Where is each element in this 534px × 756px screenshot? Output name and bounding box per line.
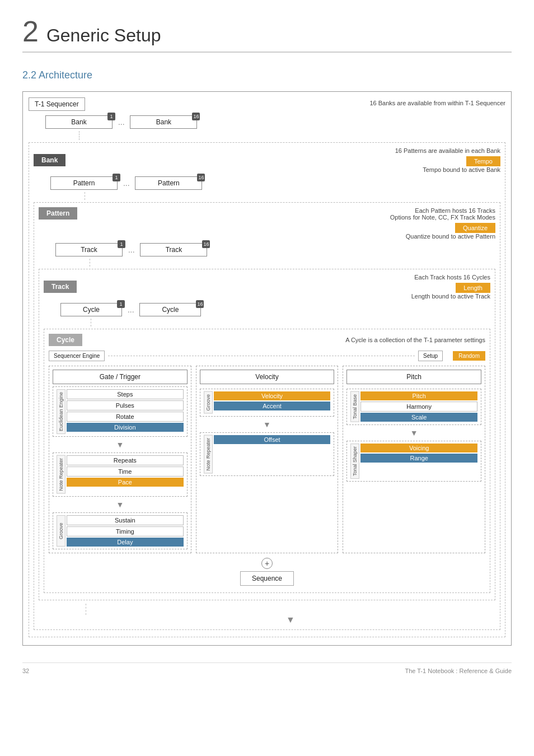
pattern-section: Pattern Each Pattern hosts 16 Tracks Opt…	[34, 202, 500, 630]
sequencer-engine-box: Sequencer Engine	[49, 351, 105, 361]
velocity-col: Velocity Groove Velocity	[196, 366, 339, 553]
arrow-down-4: ▼	[410, 428, 418, 437]
note-repeater-1-label: Note Repeater	[57, 455, 65, 494]
groove-2-section: Groove Velocity Accent	[200, 389, 335, 417]
track-box-1: Track 1	[55, 243, 123, 256]
velocity-header: Velocity	[200, 370, 335, 384]
setup-box: Setup	[418, 351, 443, 361]
cycle-box-1: Cycle 1	[60, 303, 122, 316]
bank-row: Bank 1 ... Bank 16	[45, 115, 505, 129]
length-desc: Length bound to active Track	[88, 293, 490, 300]
pattern-row: Pattern 1 ... Pattern 16	[50, 176, 500, 190]
pattern-box-16: Pattern 16	[135, 176, 202, 190]
length-label: Length	[456, 283, 490, 293]
track-section-label: Track	[44, 281, 77, 293]
top-row: T-1 Sequencer 16 Banks are available fro…	[29, 97, 505, 111]
bank-section: Bank 16 Patterns are available in each B…	[29, 142, 505, 637]
bank-section-desc: 16 Patterns are available in each Bank T…	[65, 147, 500, 173]
gate-trigger-col: Gate / Trigger Euclidean Engine Steps	[49, 366, 191, 553]
cycle-section-label: Cycle	[49, 334, 82, 346]
sequence-box: Sequence	[240, 571, 294, 586]
pitch-item: Pitch	[360, 391, 477, 400]
bank-badge-16: 16	[192, 113, 200, 120]
sequence-row: Sequence	[49, 571, 485, 586]
track-row: Track 1 ... Track 16	[55, 243, 495, 256]
page-container: 2 Generic Setup 2.2 Architecture T-1 Seq…	[22, 17, 512, 674]
architecture-diagram: T-1 Sequencer 16 Banks are available fro…	[22, 91, 512, 646]
ellipsis-banks: ...	[116, 118, 127, 127]
pattern-section-label: Pattern	[39, 207, 77, 220]
tonal-base-items: Pitch Harmony Scale	[360, 391, 477, 422]
track-box-16: Track 16	[140, 243, 207, 256]
pattern-section-desc: Each Pattern hosts 16 Tracks Options for…	[77, 207, 495, 240]
note-repeater-2-items: Offset	[214, 435, 331, 474]
pattern-box-1: Pattern 1	[50, 176, 118, 190]
chapter-number: 2	[22, 17, 39, 46]
ellipsis-patterns: ...	[121, 179, 132, 188]
tempo-label: Tempo	[466, 156, 500, 166]
pitch-header: Pitch	[346, 370, 481, 384]
cycle-box-16: Cycle 16	[139, 303, 201, 316]
sequencer-engine-row: Sequencer Engine Setup Random	[49, 351, 485, 361]
bank-section-label: Bank	[34, 154, 65, 166]
tempo-desc: Tempo bound to active Bank	[77, 166, 500, 173]
pattern-badge-16: 16	[197, 174, 205, 181]
bank-badge-1: 1	[107, 113, 115, 120]
cycle-row: Cycle 1 ... Cycle 16	[60, 303, 490, 316]
bank-box-16: Bank 16	[130, 115, 197, 129]
velocity-item: Velocity	[214, 391, 331, 400]
section-heading: 2.2 Architecture	[22, 69, 512, 81]
pattern-badge-1: 1	[113, 174, 120, 181]
voicing-item: Voicing	[360, 444, 477, 452]
pace-item: Pace	[67, 478, 184, 487]
timing-item: Timing	[67, 526, 184, 536]
quantize-label: Quantize	[455, 223, 495, 233]
track-section: Track Each Track hosts 16 Cycles Length …	[39, 269, 495, 600]
harmony-item: Harmony	[360, 402, 477, 412]
bank-box-1: Bank 1	[45, 115, 113, 129]
cycle-section: Cycle A Cycle is a collection of the T-1…	[44, 329, 490, 593]
time-item: Time	[67, 466, 184, 477]
repeats-item: Repeats	[67, 455, 184, 465]
page-number: 32	[22, 668, 29, 674]
division-item: Division	[67, 423, 184, 432]
page-footer: 32 The T-1 Notebook : Reference & Guide	[22, 662, 512, 674]
accent-item: Accent	[214, 402, 331, 410]
chapter-header: 2 Generic Setup	[22, 17, 512, 53]
arrow-down-1: ▼	[116, 440, 124, 449]
bottom-arrow: ▼	[86, 615, 495, 625]
groove-1-section: Groove Sustain Timing Delay	[53, 512, 188, 549]
tonal-shaper-items: Voicing Range	[360, 444, 477, 479]
groove-1-items: Sustain Timing Delay	[67, 515, 184, 547]
section-number: 2.2	[22, 69, 36, 81]
plus-merge: +	[49, 558, 485, 569]
sequencer-tab: T-1 Sequencer	[29, 97, 85, 111]
banks-desc: 16 Banks are available from within T-1 S…	[85, 97, 505, 106]
groove-2-label: Groove	[204, 391, 213, 414]
rotate-item: Rotate	[67, 412, 184, 422]
delay-item: Delay	[67, 538, 184, 547]
euclidean-section: Euclidean Engine Steps Pulses Rotate Div…	[53, 386, 188, 437]
arrow-down-2: ▼	[116, 500, 124, 509]
dashed-line-1	[108, 356, 415, 356]
quantize-desc: Quantize bound to active Pattern	[88, 233, 495, 240]
plus-circle-icon: +	[261, 558, 273, 569]
cycle-badge-1: 1	[117, 300, 125, 308]
note-repeater-1-items: Repeats Time Pace	[67, 455, 184, 494]
groove-1-label: Groove	[57, 515, 65, 547]
track-section-desc: Each Track hosts 16 Cycles Length Length…	[77, 274, 490, 300]
bank-vline	[79, 131, 505, 140]
range-item: Range	[360, 454, 477, 463]
pulses-item: Pulses	[67, 400, 184, 410]
note-repeater-2-label: Note Repeater	[204, 435, 213, 474]
chapter-title: Generic Setup	[46, 25, 161, 46]
groove-2-items: Velocity Accent	[214, 391, 331, 414]
euclidean-engine-label: Euclidean Engine	[57, 389, 65, 434]
tonal-base-section: Tonal Base Pitch Harmony Scale	[346, 389, 481, 425]
random-box: Random	[453, 351, 485, 361]
tonal-shaper-label: Tonal Shaper	[350, 444, 359, 479]
tonal-base-label: Tonal Base	[350, 391, 359, 422]
pitch-col: Pitch Tonal Base Pitch	[343, 366, 485, 553]
arrow-down-3: ▼	[263, 420, 271, 429]
gate-trigger-header: Gate / Trigger	[53, 370, 188, 384]
